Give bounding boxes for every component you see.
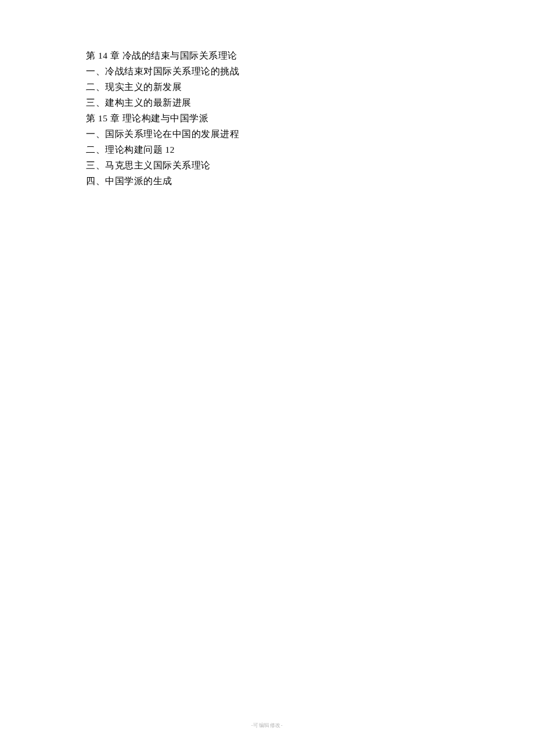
footer-note: -可编辑修改- xyxy=(0,722,534,729)
toc-line: 二、现实主义的新发展 xyxy=(86,79,446,95)
toc-line: 三、建构主义的最新进展 xyxy=(86,95,446,110)
toc-line: 二、理论构建问题 12 xyxy=(86,142,446,157)
toc-line: 三、马克思主义国际关系理论 xyxy=(86,157,446,173)
toc-line: 四、中国学派的生成 xyxy=(86,173,446,189)
document-content: 第 14 章 冷战的结束与国际关系理论 一、冷战结束对国际关系理论的挑战 二、现… xyxy=(86,48,446,189)
toc-line: 一、冷战结束对国际关系理论的挑战 xyxy=(86,63,446,79)
toc-line: 一、国际关系理论在中国的发展进程 xyxy=(86,126,446,142)
toc-line: 第 15 章 理论构建与中国学派 xyxy=(86,110,446,126)
toc-line: 第 14 章 冷战的结束与国际关系理论 xyxy=(86,48,446,63)
